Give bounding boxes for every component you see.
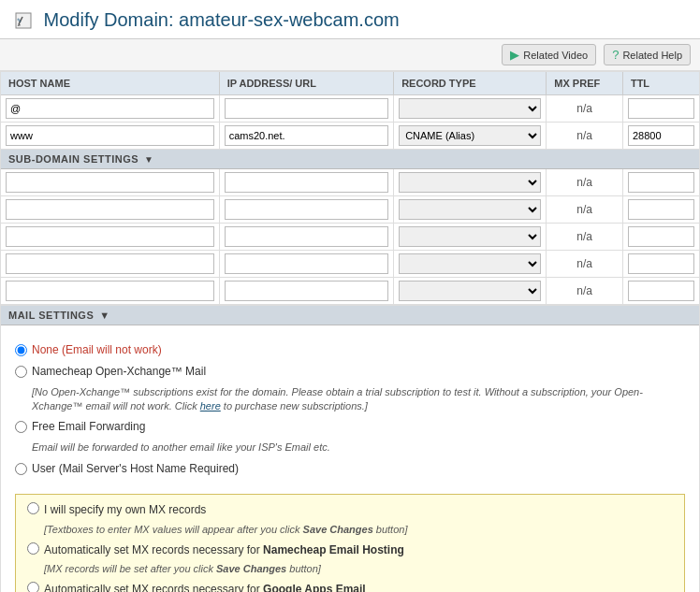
radio-user-label[interactable]: User (Mail Server's Host Name Required) — [32, 461, 239, 477]
save-changes-bold-1: Save Changes — [303, 524, 373, 535]
mail-options-group: None (Email will not work) Namecheap Ope… — [1, 335, 699, 489]
sub-ipurl-input-1[interactable] — [225, 172, 389, 193]
sub-mxpref-5: n/a — [547, 278, 623, 305]
google-apps-bold: Google Apps Email — [263, 583, 366, 592]
rectype-select-2[interactable]: A (Address) AAAA (IPv6 Address) CNAME (A… — [399, 125, 541, 146]
table-row: A (Address)AAAA (IPv6 Address)CNAME (Ali… — [1, 278, 699, 305]
table-row: A (Address)AAAA (IPv6 Address)CNAME (Ali… — [1, 224, 699, 251]
related-help-button[interactable]: ? Related Help — [604, 44, 691, 65]
radio-none[interactable] — [15, 344, 27, 356]
sub-radio-item-namecheap: Automatically set MX records necessary f… — [27, 542, 673, 558]
domain-name: amateur-sex-webcam.com — [179, 9, 400, 30]
sub-rectype-select-3[interactable]: A (Address)AAAA (IPv6 Address)CNAME (Ali… — [399, 226, 541, 247]
sub-radio-specify-label[interactable]: I will specify my own MX records — [44, 502, 206, 518]
related-video-button[interactable]: ▶ Related Video — [502, 44, 596, 65]
sub-hostname-input-2[interactable] — [6, 199, 214, 220]
sub-namecheap-sublabel-em: MX records will be set after you click S… — [47, 563, 318, 574]
sub-ipurl-input-5[interactable] — [225, 281, 389, 301]
sub-rectype-select-1[interactable]: A (Address)AAAA (IPv6 Address)CNAME (Ali… — [399, 172, 541, 193]
radio-freeforward[interactable] — [15, 421, 27, 433]
namecheap-email-bold: Namecheap Email Hosting — [263, 543, 404, 556]
radio-openxchange[interactable] — [15, 366, 27, 378]
radio-none-label[interactable]: None (Email will not work) — [32, 342, 162, 358]
hostname-cell-1 — [1, 95, 219, 123]
video-icon: ▶ — [510, 48, 519, 62]
table-row: A (Address)AAAA (IPv6 Address)CNAME (Ali… — [1, 169, 699, 196]
ipurl-cell-2 — [219, 123, 394, 150]
rectype-select-1[interactable]: A (Address) AAAA (IPv6 Address) CNAME (A… — [399, 98, 541, 119]
col-header-rectype: RECORD TYPE — [394, 72, 547, 95]
sub-radio-specify[interactable] — [27, 502, 39, 514]
sub-mxpref-2: n/a — [547, 196, 623, 224]
dns-table-wrapper: HOST NAME IP ADDRESS/ URL RECORD TYPE MX… — [0, 71, 700, 306]
mxpref-cell-1: n/a — [547, 95, 623, 123]
sub-namecheap-sublabel: [MX records will be set after you click … — [44, 562, 673, 576]
radio-user[interactable] — [15, 463, 27, 475]
col-header-ttl: TTL — [622, 72, 699, 95]
sub-hostname-input-4[interactable] — [6, 253, 214, 274]
rectype-cell-1: A (Address) AAAA (IPv6 Address) CNAME (A… — [394, 95, 547, 123]
mail-settings-header[interactable]: MAIL SETTINGS ▼ — [1, 306, 699, 325]
sub-ttl-input-1[interactable] — [628, 172, 694, 193]
sub-rectype-select-4[interactable]: A (Address)AAAA (IPv6 Address)CNAME (Ali… — [399, 253, 541, 274]
mxpref-cell-2: n/a — [547, 123, 623, 150]
hostname-cell-2 — [1, 123, 219, 150]
radio-item-freeforward: Free Email Forwarding — [15, 419, 685, 435]
table-row: A (Address)AAAA (IPv6 Address)CNAME (Ali… — [1, 251, 699, 278]
radio-item-openxchange: Namecheap Open-Xchange™ Mail — [15, 364, 685, 380]
ttl-cell-1 — [622, 95, 699, 123]
sub-ttl-input-3[interactable] — [628, 226, 694, 247]
ttl-cell-2 — [622, 123, 699, 150]
ipurl-input-2[interactable] — [225, 125, 389, 146]
page-title: ✎ Modify Domain: amateur-sex-webcam.com — [14, 9, 686, 31]
sub-radio-googleapps-label[interactable]: Automatically set MX records necessary f… — [44, 582, 366, 592]
sub-mxpref-3: n/a — [547, 224, 623, 251]
mail-settings-label: MAIL SETTINGS — [8, 310, 94, 321]
rectype-cell-2: A (Address) AAAA (IPv6 Address) CNAME (A… — [394, 123, 547, 150]
table-row: A (Address) AAAA (IPv6 Address) CNAME (A… — [1, 95, 699, 123]
page-header: ✎ Modify Domain: amateur-sex-webcam.com — [0, 0, 700, 39]
subdomain-arrow-icon: ▼ — [144, 154, 153, 165]
sub-radio-item-specify: I will specify my own MX records — [27, 502, 673, 518]
table-row: A (Address)AAAA (IPv6 Address)CNAME (Ali… — [1, 196, 699, 224]
dns-table: HOST NAME IP ADDRESS/ URL RECORD TYPE MX… — [1, 72, 699, 150]
user-options-box: I will specify my own MX records [Textbo… — [15, 494, 685, 592]
sub-radio-namecheap[interactable] — [27, 542, 39, 555]
sub-hostname-input-5[interactable] — [6, 281, 214, 301]
radio-item-none: None (Email will not work) — [15, 342, 685, 358]
sub-specify-sublabel: [Textboxes to enter MX values will appea… — [44, 523, 673, 537]
sub-ipurl-input-3[interactable] — [225, 226, 389, 247]
related-help-label: Related Help — [622, 50, 682, 61]
radio-freeforward-label[interactable]: Free Email Forwarding — [32, 419, 145, 435]
sub-ttl-input-4[interactable] — [628, 253, 694, 274]
sub-hostname-input-3[interactable] — [6, 226, 214, 247]
ipurl-input-1[interactable] — [225, 98, 389, 119]
sub-radio-namecheap-label[interactable]: Automatically set MX records necessary f… — [44, 542, 404, 558]
sub-mxpref-1: n/a — [547, 169, 623, 196]
col-header-mxpref: MX PREF — [547, 72, 623, 95]
subdomain-label: SUB-DOMAIN SETTINGS — [8, 153, 139, 165]
ttl-input-2[interactable] — [628, 125, 694, 146]
sub-rectype-select-5[interactable]: A (Address)AAAA (IPv6 Address)CNAME (Ali… — [399, 281, 541, 301]
sub-hostname-input-1[interactable] — [6, 172, 214, 193]
subdomain-table: A (Address)AAAA (IPv6 Address)CNAME (Ali… — [1, 169, 699, 305]
sub-radio-item-googleapps: Automatically set MX records necessary f… — [27, 582, 673, 592]
openxchange-sublabel: [No Open-Xchange™ subscriptions exist fo… — [32, 385, 685, 414]
title-prefix: Modify Domain: — [44, 9, 180, 30]
sub-ipurl-input-4[interactable] — [225, 253, 389, 274]
hostname-input-2[interactable] — [6, 125, 214, 146]
table-header-row: HOST NAME IP ADDRESS/ URL RECORD TYPE MX… — [1, 72, 699, 95]
sub-radio-googleapps[interactable] — [27, 582, 39, 592]
sub-rectype-select-2[interactable]: A (Address)AAAA (IPv6 Address)CNAME (Ali… — [399, 199, 541, 220]
ttl-input-1[interactable] — [628, 98, 694, 119]
hostname-input-1[interactable] — [6, 98, 214, 119]
sub-ipurl-input-2[interactable] — [225, 199, 389, 220]
mail-settings-section: MAIL SETTINGS ▼ None (Email will not wor… — [0, 306, 700, 592]
here-link[interactable]: here — [200, 400, 221, 412]
help-icon: ? — [612, 48, 619, 62]
radio-openxchange-label[interactable]: Namecheap Open-Xchange™ Mail — [32, 364, 206, 380]
sub-ttl-input-5[interactable] — [628, 281, 694, 301]
sub-ttl-input-2[interactable] — [628, 199, 694, 220]
subdomain-section-header[interactable]: SUB-DOMAIN SETTINGS ▼ — [1, 150, 699, 169]
mail-settings-arrow-icon: ▼ — [99, 310, 109, 321]
